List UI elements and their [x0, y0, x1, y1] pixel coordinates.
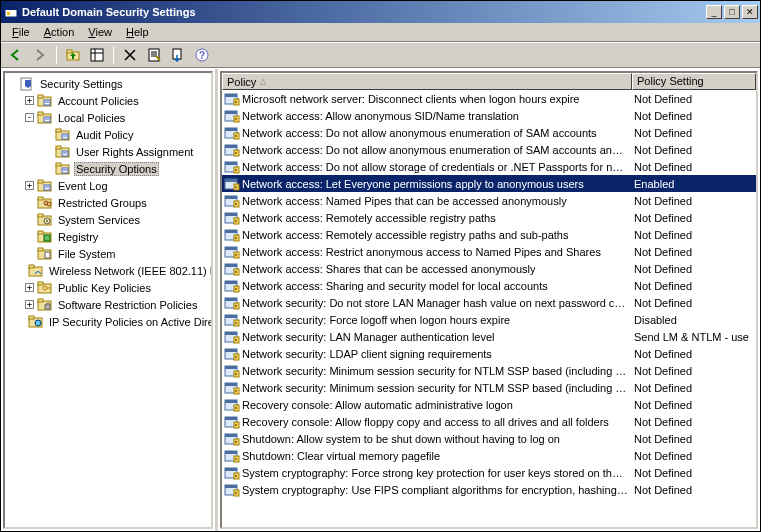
policy-row[interactable]: Network access: Do not allow anonymous e… [222, 141, 756, 158]
svg-rect-127 [225, 349, 237, 352]
policy-icon [224, 125, 240, 141]
policy-setting: Not Defined [632, 467, 756, 479]
tree-item[interactable]: File System [25, 245, 209, 262]
tree-item[interactable]: User Rights Assignment [43, 143, 209, 160]
policy-row[interactable]: Network security: Minimum session securi… [222, 379, 756, 396]
policy-row[interactable]: Network access: Do not allow storage of … [222, 158, 756, 175]
policy-name: Network security: Minimum session securi… [242, 382, 628, 394]
policy-row[interactable]: Network access: Shares that can be acces… [222, 260, 756, 277]
menu-help[interactable]: Help [119, 24, 156, 40]
policy-row[interactable]: Network security: Minimum session securi… [222, 362, 756, 379]
policy-row[interactable]: Recovery console: Allow automatic admini… [222, 396, 756, 413]
svg-point-93 [235, 203, 237, 205]
folder-policy-icon [55, 144, 71, 160]
expand-icon[interactable]: + [25, 181, 34, 190]
tree-item[interactable]: Wireless Network (IEEE 802.11) Policies [25, 262, 209, 279]
column-header-setting[interactable]: Policy Setting [632, 73, 756, 90]
policy-row[interactable]: System cryptography: Force strong key pr… [222, 464, 756, 481]
help-button[interactable]: ? [191, 44, 213, 66]
tree-item-label: Security Settings [38, 78, 125, 90]
svg-rect-41 [38, 197, 43, 200]
policy-row[interactable]: Network access: Remotely accessible regi… [222, 209, 756, 226]
policy-row[interactable]: Network access: Allow anonymous SID/Name… [222, 107, 756, 124]
policy-name: Network access: Do not allow anonymous e… [242, 144, 628, 156]
policy-row[interactable]: System cryptography: Use FIPS compliant … [222, 481, 756, 498]
column-header-policy[interactable]: Policy △ [222, 73, 632, 90]
up-button[interactable] [62, 44, 84, 66]
minimize-button[interactable]: _ [706, 5, 722, 19]
menu-action[interactable]: Action [37, 24, 82, 40]
policy-row[interactable]: Network access: Let Everyone permissions… [222, 175, 756, 192]
policy-row[interactable]: Microsoft network server: Disconnect cli… [222, 90, 756, 107]
show-hide-tree-button[interactable] [86, 44, 108, 66]
maximize-button[interactable]: □ [724, 5, 740, 19]
policy-row[interactable]: Network access: Restrict anonymous acces… [222, 243, 756, 260]
expand-icon[interactable]: + [25, 283, 34, 292]
folder-key-icon [37, 280, 53, 296]
svg-point-153 [235, 458, 237, 460]
policy-row[interactable]: Network security: Force logoff when logo… [222, 311, 756, 328]
policy-row[interactable]: Network security: LAN Manager authentica… [222, 328, 756, 345]
policy-setting: Not Defined [632, 450, 756, 462]
policy-row[interactable]: Network access: Remotely accessible regi… [222, 226, 756, 243]
menu-view[interactable]: View [81, 24, 119, 40]
tree-item[interactable]: Security Options [43, 160, 209, 177]
policy-row[interactable]: Recovery console: Allow floppy copy and … [222, 413, 756, 430]
expander-placeholder [25, 249, 34, 258]
svg-point-149 [235, 441, 237, 443]
svg-rect-131 [225, 366, 237, 369]
tree-item[interactable]: -Local Policies [25, 109, 209, 126]
tree-item[interactable]: Audit Policy [43, 126, 209, 143]
svg-text:?: ? [199, 50, 205, 61]
policy-setting: Not Defined [632, 348, 756, 360]
tree-item[interactable]: IP Security Policies on Active Directory [25, 313, 209, 330]
svg-rect-45 [38, 214, 43, 217]
export-list-button[interactable] [167, 44, 189, 66]
tree-item[interactable]: Registry [25, 228, 209, 245]
policy-row[interactable]: Shutdown: Allow system to be shut down w… [222, 430, 756, 447]
expand-icon[interactable]: + [25, 96, 34, 105]
policy-name: Network security: LAN Manager authentica… [242, 331, 495, 343]
svg-rect-107 [225, 264, 237, 267]
policy-setting: Not Defined [632, 416, 756, 428]
tree-item[interactable]: +Event Log [25, 177, 209, 194]
tree-item[interactable]: Security Settings [7, 75, 209, 92]
policy-row[interactable]: Network access: Named Pipes that can be … [222, 192, 756, 209]
tree-item[interactable]: Restricted Groups [25, 194, 209, 211]
forward-button[interactable] [29, 44, 51, 66]
svg-rect-33 [56, 163, 61, 166]
list-body[interactable]: Microsoft network server: Disconnect cli… [222, 90, 756, 527]
policy-setting: Not Defined [632, 212, 756, 224]
tree-item[interactable]: +Public Key Policies [25, 279, 209, 296]
svg-rect-123 [225, 332, 237, 335]
delete-button[interactable] [119, 44, 141, 66]
svg-rect-111 [225, 281, 237, 284]
splitter[interactable] [215, 69, 218, 531]
expander-placeholder [7, 79, 16, 88]
policy-row[interactable]: Network access: Do not allow anonymous e… [222, 124, 756, 141]
policy-icon [224, 244, 240, 260]
tree-pane[interactable]: Security Settings+Account Policies-Local… [3, 71, 213, 529]
back-button[interactable] [5, 44, 27, 66]
tree-item[interactable]: System Services [25, 211, 209, 228]
policy-row[interactable]: Network access: Sharing and security mod… [222, 277, 756, 294]
policy-row[interactable]: Network security: LDAP client signing re… [222, 345, 756, 362]
menu-file[interactable]: File [5, 24, 37, 40]
policy-icon [224, 380, 240, 396]
policy-row[interactable]: Network security: Do not store LAN Manag… [222, 294, 756, 311]
expand-icon[interactable]: + [25, 300, 34, 309]
svg-rect-53 [45, 252, 50, 258]
properties-button[interactable] [143, 44, 165, 66]
policy-row[interactable]: Shutdown: Clear virtual memory pagefileN… [222, 447, 756, 464]
svg-rect-99 [225, 230, 237, 233]
tree-item[interactable]: +Account Policies [25, 92, 209, 109]
collapse-icon[interactable]: - [25, 113, 34, 122]
tree-item[interactable]: +Software Restriction Policies [25, 296, 209, 313]
svg-point-85 [235, 169, 237, 171]
svg-rect-71 [225, 111, 237, 114]
svg-rect-8 [149, 49, 159, 61]
svg-rect-5 [91, 49, 103, 61]
close-button[interactable]: ✕ [742, 5, 758, 19]
policy-icon [224, 108, 240, 124]
svg-point-65 [35, 320, 41, 326]
